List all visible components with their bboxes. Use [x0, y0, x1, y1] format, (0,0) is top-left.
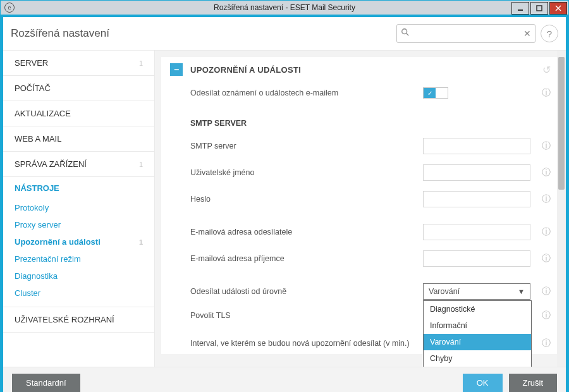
- maximize-button[interactable]: [530, 2, 548, 15]
- sidebar-item-label: POČÍTAČ: [15, 83, 51, 93]
- info-icon[interactable]: ⓘ: [537, 87, 551, 99]
- label-level: Odesílat události od úrovně: [190, 287, 423, 296]
- label-recipient: E-mailová adresa příjemce: [190, 254, 423, 263]
- sidebar-sub-proxy[interactable]: Proxy server: [3, 216, 154, 233]
- search-input-wrapper[interactable]: ✕: [396, 24, 535, 43]
- sidebar-item-ui[interactable]: UŽIVATELSKÉ ROZHRANÍ: [3, 307, 154, 333]
- label-sender: E-mailová adresa odesílatele: [190, 228, 423, 236]
- row-smtp-user: Uživatelské jméno ⓘ: [161, 159, 560, 186]
- chevron-down-icon: ▼: [518, 288, 525, 295]
- minimize-button[interactable]: [511, 2, 529, 15]
- row-smtp-server: SMTP server ⓘ: [161, 133, 560, 159]
- sidebar-badge: 1: [139, 59, 143, 67]
- dd-item-diagnostic[interactable]: Diagnostické: [424, 301, 531, 317]
- sidebar-sub-alerts[interactable]: Upozornění a události 1: [3, 233, 154, 250]
- cancel-button[interactable]: Zrušit: [509, 374, 558, 393]
- standard-button[interactable]: Standardní: [12, 374, 80, 393]
- sidebar-item-label: SERVER: [15, 58, 48, 68]
- breadcrumb: Rozšířená nastavení: [11, 27, 396, 40]
- app-icon: e: [4, 3, 15, 13]
- svg-line-5: [407, 34, 409, 36]
- info-icon[interactable]: ⓘ: [537, 193, 551, 205]
- sidebar: SERVER 1 POČÍTAČ AKTUALIZACE WEB A MAIL …: [3, 51, 155, 367]
- section-title: UPOZORNĚNÍ A UDÁLOSTI: [190, 65, 301, 75]
- label-send-email: Odesílat oznámení o událostech e-mailem: [190, 89, 423, 97]
- dd-item-warning[interactable]: Varování: [424, 334, 531, 350]
- info-icon[interactable]: ⓘ: [537, 310, 551, 321]
- row-sender: E-mailová adresa odesílatele ⓘ: [161, 219, 560, 245]
- sidebar-head-tools[interactable]: NÁSTROJE: [3, 177, 154, 199]
- row-smtp-pass: Heslo ⓘ: [161, 186, 560, 212]
- dropdown-menu: Diagnostické Informační Varování Chyby K…: [423, 300, 532, 367]
- row-level: Odesílat události od úrovně Varování ▼ D…: [161, 278, 560, 305]
- input-smtp-user[interactable]: [423, 164, 530, 181]
- check-icon: ✓: [424, 88, 436, 98]
- label-tls: Povolit TLS: [190, 311, 423, 320]
- smtp-section-head: SMTP SERVER: [161, 110, 560, 133]
- sidebar-item-device-control[interactable]: SPRÁVA ZAŘÍZENÍ 1: [3, 152, 154, 177]
- help-button[interactable]: ?: [541, 25, 558, 42]
- sidebar-sub-label: Upozornění a události: [15, 237, 101, 247]
- svg-point-4: [402, 29, 407, 34]
- sidebar-badge: 1: [139, 238, 143, 246]
- sidebar-item-computer[interactable]: POČÍTAČ: [3, 76, 154, 101]
- sidebar-sub-diagnostics[interactable]: Diagnostika: [3, 267, 154, 285]
- input-smtp-pass[interactable]: [423, 191, 530, 207]
- scrollbar[interactable]: [557, 51, 566, 367]
- sidebar-sub-label: Prezentační režim: [15, 254, 81, 264]
- revert-icon[interactable]: ↺: [542, 64, 551, 76]
- dd-item-errors[interactable]: Chyby: [424, 350, 531, 367]
- topbar: Rozšířená nastavení ✕ ?: [3, 17, 566, 50]
- ok-button[interactable]: OK: [463, 374, 503, 393]
- info-icon[interactable]: ⓘ: [537, 338, 551, 349]
- sidebar-sub-label: Cluster: [15, 288, 40, 298]
- input-smtp-server[interactable]: [423, 138, 530, 154]
- sidebar-item-label: SPRÁVA ZAŘÍZENÍ: [15, 159, 87, 169]
- footer: Standardní OK Zrušit: [3, 367, 566, 392]
- info-icon[interactable]: ⓘ: [537, 253, 551, 264]
- search-input[interactable]: [413, 29, 520, 39]
- label-smtp-user: Uživatelské jméno: [190, 168, 423, 177]
- sidebar-item-web-mail[interactable]: WEB A MAIL: [3, 126, 154, 152]
- window-title: Rozšířená nastavení - ESET Mail Security: [1, 3, 568, 12]
- close-button[interactable]: [549, 2, 567, 15]
- sidebar-item-label: AKTUALIZACE: [15, 109, 71, 118]
- dropdown-selected-text: Varování: [429, 287, 460, 296]
- label-smtp-server: SMTP server: [190, 142, 423, 150]
- info-icon[interactable]: ⓘ: [537, 167, 551, 178]
- dd-item-informational[interactable]: Informační: [424, 317, 531, 334]
- sidebar-sub-presentation[interactable]: Prezentační režim: [3, 250, 154, 267]
- sidebar-item-label: UŽIVATELSKÉ ROZHRANÍ: [15, 315, 114, 324]
- sidebar-item-update[interactable]: AKTUALIZACE: [3, 101, 154, 126]
- sidebar-item-server[interactable]: SERVER 1: [3, 51, 154, 76]
- content-area: − UPOZORNĚNÍ A UDÁLOSTI ↺ Odesílat oznám…: [155, 51, 566, 367]
- scrollbar-thumb[interactable]: [558, 57, 565, 190]
- row-send-notifications: Odesílat oznámení o událostech e-mailem …: [161, 82, 560, 104]
- info-icon[interactable]: ⓘ: [537, 286, 551, 297]
- titlebar: e Rozšířená nastavení - ESET Mail Securi…: [1, 1, 568, 15]
- info-icon[interactable]: ⓘ: [537, 140, 551, 152]
- toggle-send-email[interactable]: ✓: [423, 87, 448, 99]
- sidebar-item-label: WEB A MAIL: [15, 134, 61, 144]
- sidebar-sub-cluster[interactable]: Cluster: [3, 285, 154, 302]
- input-sender[interactable]: [423, 224, 530, 240]
- label-smtp-pass: Heslo: [190, 195, 423, 204]
- sidebar-sub-protocols[interactable]: Protokoly: [3, 199, 154, 216]
- svg-rect-1: [537, 6, 542, 11]
- input-recipient[interactable]: [423, 250, 530, 267]
- collapse-icon[interactable]: −: [170, 63, 183, 76]
- sidebar-sub-label: Protokoly: [15, 203, 49, 212]
- search-icon: [401, 28, 410, 39]
- sidebar-sub-label: Diagnostika: [15, 271, 58, 281]
- dropdown-level[interactable]: Varování ▼ Diagnostické Informační Varov…: [423, 283, 530, 300]
- row-recipient: E-mailová adresa příjemce ⓘ: [161, 245, 560, 272]
- sidebar-badge: 1: [139, 161, 143, 168]
- section-header: − UPOZORNĚNÍ A UDÁLOSTI ↺: [161, 57, 560, 82]
- label-interval: Interval, ve kterém se budou nová upozor…: [190, 339, 423, 348]
- sidebar-sub-label: Proxy server: [15, 220, 61, 230]
- info-icon[interactable]: ⓘ: [537, 226, 551, 238]
- clear-search-icon[interactable]: ✕: [523, 28, 531, 39]
